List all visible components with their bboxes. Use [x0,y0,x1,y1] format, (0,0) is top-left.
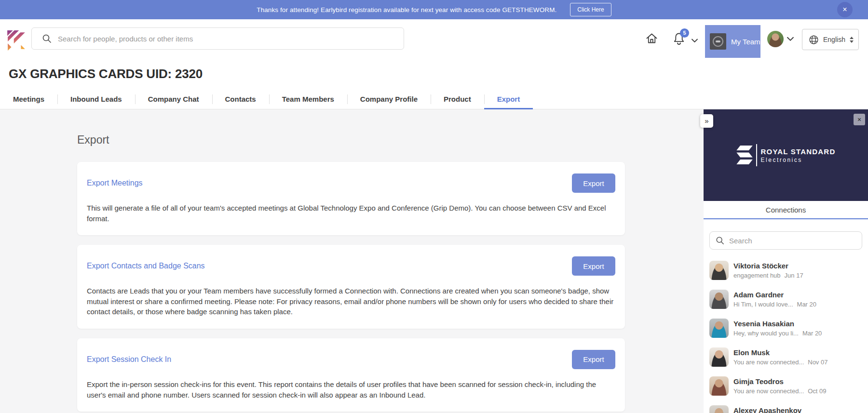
connections-sidebar: » × ROYAL STANDARD Electronics Connectio… [704,109,868,413]
connection-date: Jun 17 [785,272,803,279]
banner-close-button[interactable]: × [837,2,853,17]
export-card-description: Export the in-person session check-ins f… [87,379,615,400]
connection-preview-row: You are now connected...Nov 07 [733,359,827,366]
tab-label: Company Chat [148,95,199,103]
connection-message-preview: You are now connected... [733,359,804,366]
connection-avatar [709,376,729,396]
page-title: GX GRAPHICS CARDS UID: 2320 [9,67,203,81]
connection-name: Viktoria Stöcker [733,262,803,270]
connection-row[interactable]: Alexey Apashenkov [704,405,868,413]
connection-row[interactable]: Gimja Teodros You are now connected...Oc… [704,376,868,396]
connection-message-preview: Hey, why would you li... [733,330,799,337]
tab[interactable]: Company Profile [347,90,431,109]
section-title: Export [77,109,625,147]
export-card-title-link[interactable]: Export Contacts and Badge Scans [87,262,205,270]
tab-label: Export [497,95,520,103]
tab[interactable]: Contacts [212,90,269,109]
my-team-label: My Team [731,38,760,46]
connection-avatar [709,261,729,280]
connection-date: Mar 20 [797,301,816,308]
language-label: English [823,36,850,43]
connections-list: Viktoria Stöcker engagement hubJun 17 Ad… [704,261,868,413]
export-card: Export Contacts and Badge Scans Export C… [77,245,625,329]
connection-avatar [709,290,729,309]
tab[interactable]: Export [484,90,533,109]
close-icon: × [842,5,847,13]
connection-preview-row: Hey, why would you li...Mar 20 [733,330,822,337]
tab-label: Product [444,95,471,103]
tab-bar: Meetings Inbound Leads Company Chat Cont… [0,90,868,109]
tab-label: Meetings [13,95,44,103]
user-avatar[interactable] [767,31,784,47]
banner-click-here-button[interactable]: Click Here [570,3,611,16]
export-card-description: This will generate a file of all of your… [87,203,615,224]
connection-name: Gimja Teodros [733,377,827,386]
connection-message-preview: You are now connected... [733,387,804,395]
connection-date: Oct 09 [808,387,826,395]
search-icon [42,34,52,43]
logo-divider [756,144,757,166]
app-logo[interactable] [7,30,26,53]
connection-message-preview: engagement hub [733,272,781,279]
export-button[interactable]: Export [572,350,615,369]
connection-name: Alexey Apashenkov [733,406,801,413]
export-card-title-link[interactable]: Export Meetings [87,179,143,187]
tab[interactable]: Inbound Leads [57,90,135,109]
language-spinner-icon [850,37,854,43]
connection-avatar [709,347,729,367]
connection-row[interactable]: Viktoria Stöcker engagement hubJun 17 [704,261,868,280]
connection-avatar [709,319,729,338]
search-input[interactable] [58,35,404,43]
app-header: 5 My Team English [0,19,868,58]
connection-preview-row: Hi Tim, I would love...Mar 20 [733,301,816,308]
connection-row[interactable]: Yesenia Hasakian Hey, why would you li..… [704,319,868,338]
chevron-down-icon[interactable] [787,37,794,41]
tab-label: Inbound Leads [70,95,122,103]
chevron-down-icon [692,39,698,43]
tab-label: Team Members [282,95,334,103]
tab[interactable]: Meetings [0,90,57,109]
tab[interactable]: Product [431,90,484,109]
connection-date: Nov 07 [808,359,827,366]
connection-date: Mar 20 [802,330,822,337]
connections-search [709,231,862,250]
my-team-button[interactable]: My Team [705,25,760,58]
connection-preview-row: You are now connected...Oct 09 [733,387,827,395]
main-content: Export Export Meetings Export This will … [0,109,704,413]
globe-icon [809,35,819,45]
language-selector[interactable]: English [802,29,859,50]
collapse-sidebar-button[interactable]: » [700,114,713,128]
team-emblem-icon [710,33,726,50]
export-card-title-link[interactable]: Export Session Check In [87,355,171,364]
export-button[interactable]: Export [572,256,615,276]
global-search [31,27,404,50]
connection-row[interactable]: Adam Gardner Hi Tim, I would love...Mar … [704,290,868,309]
royal-standard-s-icon [736,146,753,165]
connection-name: Elon Musk [733,348,827,357]
ad-brand-subtitle: Electronics [761,157,836,163]
connection-avatar [709,405,729,413]
tab-label: Contacts [225,95,256,103]
tab-label: Company Profile [360,95,418,103]
home-icon [645,32,658,45]
ad-brand-name: ROYAL STANDARD [761,147,836,156]
ad-close-button[interactable]: × [854,114,865,125]
home-button[interactable] [645,32,658,47]
export-card: Export Meetings Export This will generat… [77,162,625,235]
connection-message-preview: Hi Tim, I would love... [733,301,793,308]
banner-message: Thanks for attending! Earlybird registra… [257,6,556,13]
tab-connections[interactable]: Connections [704,201,868,219]
connection-preview-row: engagement hubJun 17 [733,272,803,279]
notifications-button[interactable]: 5 [672,32,700,51]
connection-row[interactable]: Elon Musk You are now connected...Nov 07 [704,347,868,367]
tab[interactable]: Team Members [269,90,347,109]
connections-search-input[interactable] [729,237,862,245]
export-button[interactable]: Export [572,173,615,193]
app-logo-icon [7,30,26,51]
double-chevron-right-icon: » [705,117,708,125]
notification-badge: 5 [680,28,689,38]
tab[interactable]: Company Chat [135,90,212,109]
sponsor-ad[interactable]: × ROYAL STANDARD Electronics [704,109,868,201]
announcement-banner: Thanks for attending! Earlybird registra… [0,0,868,19]
connection-name: Yesenia Hasakian [733,320,822,328]
